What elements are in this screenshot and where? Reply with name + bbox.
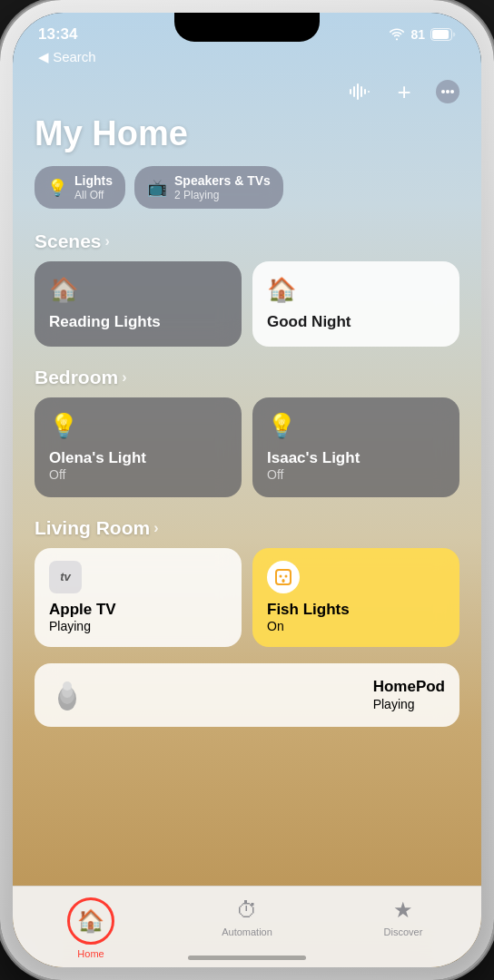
svg-rect-15 (282, 579, 285, 583)
scenes-chevron: › (105, 233, 110, 250)
bedroom-title: Bedroom (35, 367, 118, 388)
svg-point-19 (63, 681, 72, 691)
app-screen: 13:34 81 ◀ Search (13, 13, 481, 967)
fish-lights-card[interactable]: Fish Lights On (252, 548, 459, 647)
more-icon (435, 79, 460, 104)
svg-rect-1 (432, 30, 449, 39)
living-room-title: Living Room (35, 517, 150, 539)
svg-point-11 (450, 90, 454, 93)
bedroom-chevron: › (122, 369, 126, 386)
apple-tv-text: Apple TV Playing (49, 601, 227, 634)
tab-automation-label: Automation (222, 926, 272, 937)
phone-screen: 13:34 81 ◀ Search (13, 13, 481, 967)
olenas-light-text: Olena's Light Off (49, 449, 227, 483)
apple-tv-label: Apple TV (49, 601, 227, 619)
homepod-text: HomePod Playing (373, 678, 445, 711)
page-title: My Home (13, 114, 481, 166)
speakers-chip[interactable]: 📺 Speakers & TVs 2 Playing (134, 166, 283, 209)
isaacs-light-text: Isaac's Light Off (267, 449, 445, 483)
living-room-header[interactable]: Living Room › (13, 514, 481, 548)
speakers-chip-label: Speakers & TVs (174, 173, 271, 189)
svg-rect-2 (350, 89, 351, 94)
reading-lights-card[interactable]: 🏠 Reading Lights (35, 261, 242, 346)
reading-lights-label: Reading Lights (49, 313, 227, 331)
notch (174, 13, 320, 42)
homepod-icon-wrap (49, 677, 85, 713)
home-indicator (188, 956, 306, 960)
apple-tv-sub: Playing (49, 619, 227, 634)
tab-home[interactable]: 🏠 Home (59, 897, 123, 959)
svg-point-13 (280, 574, 282, 577)
speakers-chip-sub: 2 Playing (174, 189, 271, 201)
lights-chip-sub: All Off (74, 189, 113, 201)
tab-home-label: Home (77, 948, 104, 959)
olenas-light-icon: 💡 (49, 412, 227, 440)
add-button[interactable]: + (389, 76, 420, 107)
scenes-header[interactable]: Scenes › (13, 227, 481, 261)
svg-point-10 (446, 90, 450, 93)
homepod-icon (49, 677, 85, 713)
tab-automation[interactable]: ⏱ Automation (215, 897, 279, 937)
battery-level: 81 (410, 27, 425, 42)
add-icon: + (397, 78, 410, 106)
more-button[interactable] (432, 76, 463, 107)
quick-actions: 💡 Lights All Off 📺 Speakers & TVs 2 Play… (13, 166, 481, 227)
living-room-grid: tv Apple TV Playing (13, 548, 481, 663)
status-right: 81 (389, 27, 456, 42)
good-night-label: Good Night (267, 313, 445, 331)
isaacs-light-icon: 💡 (267, 412, 445, 440)
lights-chip[interactable]: 💡 Lights All Off (35, 166, 125, 209)
good-night-card[interactable]: 🏠 Good Night (252, 261, 459, 346)
tab-home-icon: 🏠 (77, 908, 104, 934)
scenes-title: Scenes (35, 230, 102, 252)
lights-chip-text: Lights All Off (74, 173, 113, 201)
tab-discover[interactable]: ★ Discover (371, 897, 435, 937)
svg-point-14 (285, 574, 288, 577)
living-room-chevron: › (153, 520, 158, 536)
svg-rect-6 (364, 89, 366, 94)
isaacs-light-sub: Off (267, 467, 445, 483)
speakers-chip-text: Speakers & TVs 2 Playing (174, 173, 271, 201)
homepod-label: HomePod (373, 678, 445, 696)
waveform-icon (350, 83, 371, 101)
fish-lights-icon (267, 561, 300, 593)
bedroom-grid: 💡 Olena's Light Off 💡 Isaac's Light Off (13, 397, 481, 514)
homepod-sub: Playing (373, 697, 445, 712)
svg-rect-3 (353, 86, 355, 97)
status-time: 13:34 (38, 25, 77, 44)
olenas-light-label: Olena's Light (49, 449, 227, 467)
tab-automation-icon: ⏱ (236, 897, 258, 923)
olenas-light-sub: Off (49, 467, 227, 483)
scenes-grid: 🏠 Reading Lights 🏠 Good Night (13, 261, 481, 362)
fish-lights-text: Fish Lights On (267, 601, 445, 634)
bedroom-header[interactable]: Bedroom › (13, 363, 481, 397)
isaacs-light-label: Isaac's Light (267, 449, 445, 467)
homepod-card[interactable]: HomePod Playing (35, 663, 459, 727)
apple-tv-icon: tv (49, 561, 82, 593)
lights-chip-label: Lights (74, 173, 113, 189)
homepod-row: HomePod Playing (13, 663, 481, 818)
speakers-chip-icon: 📺 (147, 178, 167, 198)
tab-home-circle: 🏠 (67, 897, 114, 945)
reading-lights-icon: 🏠 (49, 276, 227, 304)
lights-chip-icon: 💡 (47, 178, 67, 198)
fish-lights-label: Fish Lights (267, 601, 445, 619)
waveform-button[interactable] (345, 76, 376, 107)
wifi-icon (389, 28, 405, 41)
isaacs-light-card[interactable]: 💡 Isaac's Light Off (252, 397, 459, 497)
tab-discover-label: Discover (384, 926, 423, 937)
olenas-light-card[interactable]: 💡 Olena's Light Off (35, 397, 242, 497)
search-back[interactable]: ◀ Search (38, 49, 96, 64)
outlet-icon (274, 568, 292, 586)
tab-discover-icon: ★ (393, 897, 413, 923)
phone-frame: 13:34 81 ◀ Search (0, 0, 494, 980)
svg-rect-4 (357, 83, 359, 100)
svg-rect-5 (361, 86, 362, 97)
fish-lights-sub: On (267, 619, 445, 634)
svg-point-9 (441, 90, 445, 93)
search-row[interactable]: ◀ Search (13, 47, 481, 73)
svg-rect-7 (368, 91, 370, 93)
header-icons: + (13, 73, 481, 114)
apple-tv-card[interactable]: tv Apple TV Playing (35, 548, 242, 647)
good-night-icon: 🏠 (267, 276, 445, 304)
